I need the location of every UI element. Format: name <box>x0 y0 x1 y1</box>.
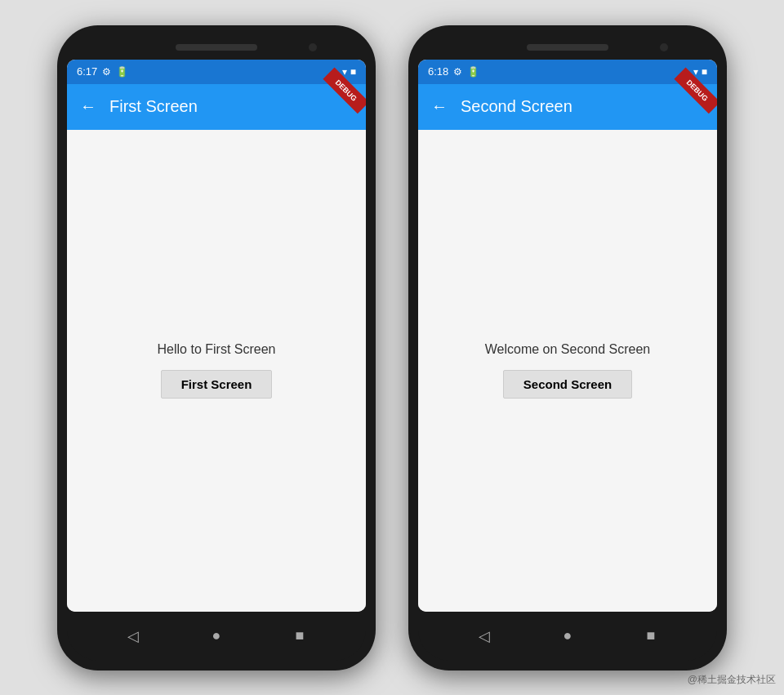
body-text-2: Welcome on Second Screen <box>485 342 650 357</box>
body-text-1: Hello to First Screen <box>158 342 276 357</box>
app-bar-title-1: First Screen <box>109 97 198 116</box>
nav-back-1[interactable]: ◁ <box>123 626 143 646</box>
nav-bar-2: ◁ ● ■ <box>418 612 717 661</box>
second-screen-button[interactable]: Second Screen <box>503 370 632 399</box>
status-bar-right-2: ▾ ■ <box>693 66 707 78</box>
app-bar-1: ← First Screen <box>67 84 366 130</box>
nav-recents-1[interactable]: ■ <box>290 626 310 646</box>
settings-icon-1: ⚙ <box>102 66 111 78</box>
app-bar-2: ← Second Screen <box>418 84 717 130</box>
phone-speaker-1 <box>176 44 257 51</box>
time-display-1: 6:17 <box>77 65 97 78</box>
status-bar-2: 6:18 ⚙ 🔋 ▾ ■ <box>418 60 717 84</box>
first-phone: DEBUG 6:17 ⚙ 🔋 ▾ ■ ← First Screen Hello … <box>57 25 376 670</box>
battery-icon-1: 🔋 <box>116 66 128 78</box>
phone-top-bar-2 <box>418 35 717 60</box>
phone-camera-2 <box>660 43 668 51</box>
phone-speaker-2 <box>527 44 608 51</box>
back-arrow-1[interactable]: ← <box>80 97 96 116</box>
status-bar-left-2: 6:18 ⚙ 🔋 <box>428 65 479 78</box>
time-display-2: 6:18 <box>428 65 448 78</box>
settings-icon-2: ⚙ <box>453 66 462 78</box>
phone-camera-1 <box>309 43 317 51</box>
nav-home-1[interactable]: ● <box>207 626 226 646</box>
battery-icon-2: 🔋 <box>467 66 479 78</box>
nav-home-2[interactable]: ● <box>558 626 577 646</box>
battery-level-1: ■ <box>350 66 356 78</box>
phone-screen-1: DEBUG 6:17 ⚙ 🔋 ▾ ■ ← First Screen Hello … <box>67 60 366 612</box>
battery-level-2: ■ <box>702 66 707 78</box>
back-arrow-2[interactable]: ← <box>431 97 448 116</box>
phone-top-bar-1 <box>67 35 366 60</box>
status-bar-1: 6:17 ⚙ 🔋 ▾ ■ <box>67 60 366 84</box>
phone-screen-2: DEBUG 6:18 ⚙ 🔋 ▾ ■ ← Second Screen Welco… <box>418 60 717 612</box>
screen-content-1: Hello to First Screen First Screen <box>67 130 366 612</box>
nav-recents-2[interactable]: ■ <box>641 626 661 646</box>
second-phone: DEBUG 6:18 ⚙ 🔋 ▾ ■ ← Second Screen Welco… <box>408 25 727 670</box>
app-bar-title-2: Second Screen <box>461 97 572 116</box>
screen-content-2: Welcome on Second Screen Second Screen <box>418 130 717 612</box>
first-screen-button[interactable]: First Screen <box>161 370 273 399</box>
watermark: @稀土掘金技术社区 <box>688 673 776 687</box>
nav-back-2[interactable]: ◁ <box>474 626 494 646</box>
status-bar-right-1: ▾ ■ <box>342 66 356 78</box>
status-bar-left-1: 6:17 ⚙ 🔋 <box>77 65 128 78</box>
nav-bar-1: ◁ ● ■ <box>67 612 366 661</box>
